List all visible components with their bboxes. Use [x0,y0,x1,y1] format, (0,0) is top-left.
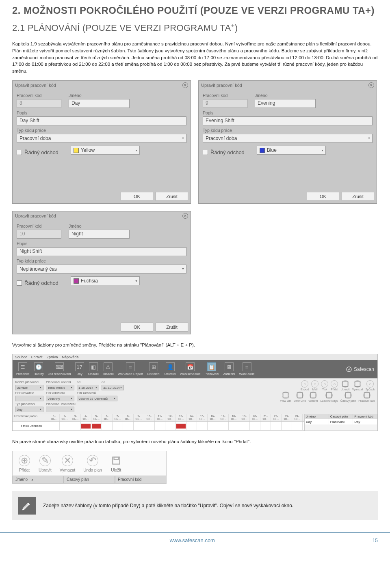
filter-select[interactable]: 1-10-2014▼ [77,385,99,390]
schedule-cell[interactable] [49,422,60,430]
schedule-cell[interactable] [70,422,81,430]
name-input[interactable]: Night [69,230,130,239]
schedule-cell[interactable] [60,422,70,430]
action-label: Export [301,388,309,391]
regular-checkbox[interactable]: Řádný odchod [17,149,58,155]
action-button[interactable]: Volební [308,392,318,402]
schedule-cell[interactable] [134,422,144,430]
schedule-cell[interactable] [282,422,292,430]
color-select[interactable]: Blue▼ [257,146,326,155]
filter-select[interactable]: 31-10-2014▼ [102,385,124,390]
toolbar-button[interactable]: Uložit [106,453,126,474]
action-button[interactable]: View Grid [294,392,306,402]
color-select[interactable]: Yellow▼ [71,146,140,155]
menu-item[interactable]: Zpráva [47,355,58,359]
schedule-cell[interactable] [113,422,123,430]
ribbon-tab[interactable]: ⚠Hlášení [103,362,114,376]
action-label: Volební [308,399,318,402]
ribbon-tab[interactable]: ☰Presence [16,362,30,376]
action-button[interactable]: ○Přidat [331,380,338,391]
type-select[interactable]: Neplánovaný čas▼ [17,265,186,274]
action-button[interactable]: Pracovní kód [358,392,375,402]
toolbar-button[interactable]: ↶Undo plan [79,453,106,474]
action-button[interactable]: Load holidays [320,392,338,402]
schedule-cell[interactable] [186,422,197,430]
toolbar-col-header: Jméno▲ [13,476,64,483]
desc-input[interactable]: Day Shift [17,116,186,125]
schedule-cell[interactable] [165,422,176,430]
desc-input[interactable]: Evening Shift [203,116,373,125]
schedule-cell[interactable] [250,422,260,430]
action-button[interactable]: View List [280,392,291,402]
ok-button[interactable]: OK [121,192,153,201]
filter-select[interactable]: Tento měsíc▼ [46,385,74,390]
close-icon[interactable]: ✕ [182,213,188,219]
name-input[interactable]: Day [69,99,130,108]
cancel-button[interactable]: Zrušit [156,192,188,201]
schedule-cell[interactable] [260,422,271,430]
color-value: Yellow [81,147,95,153]
ribbon-tab[interactable]: ≡Work code [239,362,255,376]
close-icon[interactable]: ✕ [368,82,374,88]
action-button[interactable]: Časový plán [340,392,356,402]
close-icon[interactable]: ✕ [182,82,188,88]
action-button[interactable]: ○Tisk [321,380,328,391]
toolbar-button[interactable]: ✎Upravit [35,453,56,474]
schedule-cell[interactable] [155,422,165,430]
type-select[interactable]: Pracovní doba▼ [203,134,373,143]
action-button[interactable]: ○Způsob [366,380,375,391]
ribbon-tab[interactable]: 17Dny [75,362,84,376]
ok-button[interactable]: OK [121,323,153,332]
schedule-cell[interactable] [208,422,218,430]
schedule-cell[interactable] [239,422,250,430]
desc-input[interactable]: Night Shift [17,247,186,256]
schedule-cell[interactable] [197,422,208,430]
schedule-cell[interactable] [176,422,186,430]
ribbon-tab[interactable]: 🕐Hodiny [34,362,44,376]
schedule-cell[interactable] [91,422,102,430]
ribbon-tab[interactable]: ⌨kod reservovaní [48,362,71,376]
name-input[interactable]: Evening [255,99,316,108]
ribbon-tab[interactable]: ≡Workcode Report [118,362,143,376]
action-button[interactable]: ○Mail [311,380,318,391]
schedule-cell[interactable] [81,422,91,430]
filter-select[interactable]: Dny▼ [15,407,43,412]
schedule-cell[interactable] [292,422,303,430]
ribbon-tab[interactable]: 📋Plánování [205,362,219,376]
label-code: Pracovní kód [17,224,61,228]
action-button[interactable]: Upravit [340,380,349,391]
schedule-cell[interactable] [144,422,155,430]
filter-select[interactable]: Všechny▼ [46,396,74,401]
schedule-cell[interactable] [229,422,239,430]
ribbon-tab[interactable]: ⊞Oddělení [147,362,160,376]
menu-item[interactable]: Upravit [31,355,43,359]
schedule-cell[interactable] [218,422,229,430]
toolbar-label: Undo plan [83,468,102,472]
filter-select[interactable]: Všichni 37 Uživatelů▼ [77,396,117,401]
regular-checkbox[interactable]: Řádný odchod [203,149,245,155]
ribbon-tab[interactable]: 👤Uživatel [165,362,176,376]
schedule-cell[interactable] [123,422,134,430]
schedule-cell[interactable] [271,422,282,430]
toolbar-button[interactable]: ⊕Přidat [14,453,35,474]
schedule-cell[interactable] [102,422,113,430]
ribbon-tab[interactable]: 🖥Zařízení [223,362,235,376]
cancel-button[interactable]: Zrušit [156,323,188,332]
regular-checkbox[interactable]: Řádný odchod [17,280,58,286]
ok-button[interactable]: OK [307,192,339,201]
action-button[interactable]: ○Export [301,380,309,391]
cancel-button[interactable]: Zrušit [342,192,374,201]
filter-select[interactable]: ▼ [46,407,74,412]
ribbon-tab[interactable]: 📅Workschedule [180,362,201,376]
type-select[interactable]: Pracovní doba▼ [17,134,186,143]
menu-item[interactable]: Nápověda [62,355,79,359]
color-select[interactable]: Fuchsia▼ [71,276,140,285]
action-label: Load holidays [320,399,338,402]
filter-select[interactable]: ▼ [15,396,43,401]
menu-item[interactable]: Soubor [15,355,27,359]
action-button[interactable]: Vymazat [352,380,363,391]
ribbon-tab[interactable]: ◧Období [88,362,99,376]
filter-select[interactable]: Uživatel▼ [15,385,43,390]
tab-label: Uživatel [165,372,176,376]
toolbar-button[interactable]: ✕Vymazat [56,453,80,474]
